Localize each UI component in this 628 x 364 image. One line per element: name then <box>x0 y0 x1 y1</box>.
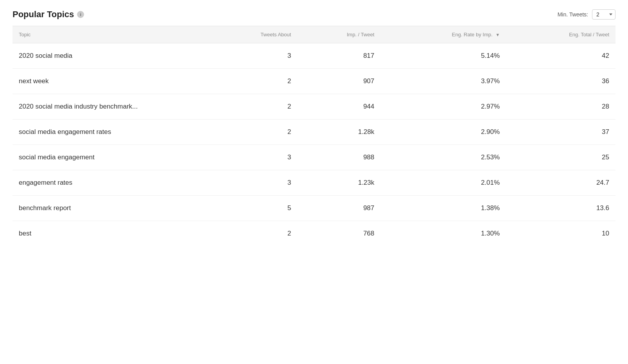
table-header: Topic Tweets About Imp. / Tweet Eng. Rat… <box>13 26 615 43</box>
table-row: best27681.30%10 <box>13 221 615 246</box>
table-cell-row2-col0: 2020 social media industry benchmark... <box>13 94 208 120</box>
table-cell-row5-col1: 3 <box>208 170 297 196</box>
table-cell-row1-col0: next week <box>13 69 208 94</box>
table-row: benchmark report59871.38%13.6 <box>13 196 615 221</box>
table-row: engagement rates31.23k2.01%24.7 <box>13 170 615 196</box>
table-cell-row2-col4: 28 <box>506 94 615 120</box>
table-cell-row4-col1: 3 <box>208 145 297 170</box>
table-cell-row3-col4: 37 <box>506 120 615 145</box>
table-cell-row3-col1: 2 <box>208 120 297 145</box>
table-cell-row0-col1: 3 <box>208 43 297 69</box>
table-cell-row3-col3: 2.90% <box>380 120 506 145</box>
table-cell-row2-col3: 2.97% <box>380 94 506 120</box>
sort-icon: ▼ <box>495 32 500 37</box>
table-cell-row0-col3: 5.14% <box>380 43 506 69</box>
table-cell-row1-col2: 907 <box>297 69 380 94</box>
table-cell-row4-col0: social media engagement <box>13 145 208 170</box>
popular-topics-container: Popular Topics i Min. Tweets: 2 3 5 10 T… <box>0 0 628 364</box>
table-row: 2020 social media38175.14%42 <box>13 43 615 69</box>
table-cell-row5-col4: 24.7 <box>506 170 615 196</box>
column-header-eng-rate[interactable]: Eng. Rate by Imp. ▼ <box>380 26 506 43</box>
table-cell-row5-col2: 1.23k <box>297 170 380 196</box>
min-tweets-select[interactable]: 2 3 5 10 <box>592 9 615 20</box>
column-header-topic: Topic <box>13 26 208 43</box>
table-cell-row2-col1: 2 <box>208 94 297 120</box>
table-cell-row1-col4: 36 <box>506 69 615 94</box>
min-tweets-label: Min. Tweets: <box>558 11 588 18</box>
table-body: 2020 social media38175.14%42next week290… <box>13 43 615 246</box>
table-cell-row4-col4: 25 <box>506 145 615 170</box>
table-cell-row0-col4: 42 <box>506 43 615 69</box>
table-cell-row3-col0: social media engagement rates <box>13 120 208 145</box>
table-row: social media engagement39882.53%25 <box>13 145 615 170</box>
table-cell-row4-col3: 2.53% <box>380 145 506 170</box>
min-tweets-select-wrapper: 2 3 5 10 <box>592 9 615 20</box>
table-cell-row7-col0: best <box>13 221 208 246</box>
table-cell-row6-col3: 1.38% <box>380 196 506 221</box>
table-cell-row0-col0: 2020 social media <box>13 43 208 69</box>
header-left: Popular Topics i <box>13 9 84 20</box>
column-header-imp-per-tweet: Imp. / Tweet <box>297 26 380 43</box>
table-cell-row1-col3: 3.97% <box>380 69 506 94</box>
column-header-tweets-about: Tweets About <box>208 26 297 43</box>
page-title: Popular Topics <box>13 9 74 20</box>
table-cell-row5-col0: engagement rates <box>13 170 208 196</box>
table-cell-row6-col0: benchmark report <box>13 196 208 221</box>
table-cell-row6-col2: 987 <box>297 196 380 221</box>
table-cell-row6-col1: 5 <box>208 196 297 221</box>
table-cell-row2-col2: 944 <box>297 94 380 120</box>
table-cell-row5-col3: 2.01% <box>380 170 506 196</box>
table-cell-row3-col2: 1.28k <box>297 120 380 145</box>
table-header-row: Topic Tweets About Imp. / Tweet Eng. Rat… <box>13 26 615 43</box>
table-row: next week29073.97%36 <box>13 69 615 94</box>
table-cell-row7-col4: 10 <box>506 221 615 246</box>
table-cell-row1-col1: 2 <box>208 69 297 94</box>
table-cell-row4-col2: 988 <box>297 145 380 170</box>
topics-table: Topic Tweets About Imp. / Tweet Eng. Rat… <box>13 26 615 246</box>
table-cell-row7-col2: 768 <box>297 221 380 246</box>
header: Popular Topics i Min. Tweets: 2 3 5 10 <box>13 9 615 20</box>
table-row: social media engagement rates21.28k2.90%… <box>13 120 615 145</box>
table-cell-row0-col2: 817 <box>297 43 380 69</box>
table-cell-row6-col4: 13.6 <box>506 196 615 221</box>
column-header-eng-total: Eng. Total / Tweet <box>506 26 615 43</box>
table-cell-row7-col1: 2 <box>208 221 297 246</box>
table-cell-row7-col3: 1.30% <box>380 221 506 246</box>
table-row: 2020 social media industry benchmark...2… <box>13 94 615 120</box>
header-right: Min. Tweets: 2 3 5 10 <box>558 9 615 20</box>
info-icon[interactable]: i <box>77 11 84 18</box>
